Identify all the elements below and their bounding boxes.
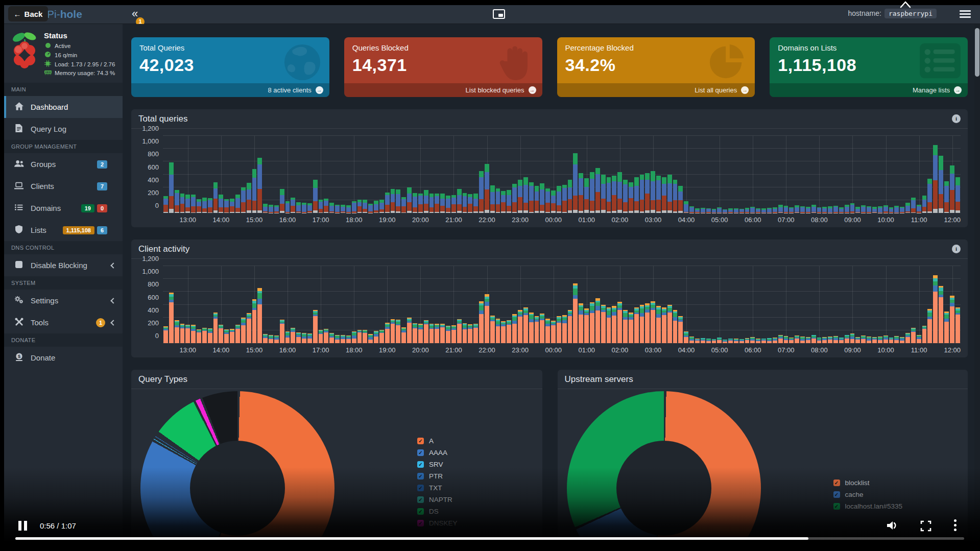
sidebar-item-domains[interactable]: Domains190	[4, 197, 123, 219]
bar[interactable]	[390, 266, 396, 343]
bar[interactable]	[323, 266, 329, 343]
bar[interactable]	[235, 266, 241, 343]
bar[interactable]	[855, 136, 861, 213]
bar[interactable]	[190, 136, 196, 213]
bar[interactable]	[368, 266, 373, 343]
bar[interactable]	[229, 266, 235, 343]
bar[interactable]	[755, 136, 761, 213]
bar[interactable]	[357, 136, 363, 213]
bar[interactable]	[534, 266, 540, 343]
bar[interactable]	[229, 136, 235, 213]
bar[interactable]	[500, 266, 506, 343]
legend-item-aaaa[interactable]: ✓AAAA	[417, 447, 458, 459]
legend-item-a[interactable]: ✓A	[417, 435, 458, 447]
bar[interactable]	[279, 136, 285, 213]
bar[interactable]	[811, 136, 817, 213]
bar[interactable]	[169, 266, 174, 343]
bar[interactable]	[938, 136, 944, 213]
bar[interactable]	[866, 136, 872, 213]
bar[interactable]	[595, 136, 601, 213]
bar[interactable]	[706, 136, 711, 213]
bar[interactable]	[933, 136, 938, 213]
bar[interactable]	[844, 136, 850, 213]
bar[interactable]	[174, 266, 180, 343]
bar[interactable]	[822, 266, 827, 343]
bar[interactable]	[296, 136, 301, 213]
bar[interactable]	[617, 266, 623, 343]
bar[interactable]	[889, 136, 894, 213]
bar[interactable]	[584, 266, 589, 343]
bar[interactable]	[855, 266, 861, 343]
bar[interactable]	[628, 136, 634, 213]
bar[interactable]	[722, 136, 728, 213]
bar[interactable]	[916, 266, 922, 343]
bar[interactable]	[872, 266, 877, 343]
bar[interactable]	[252, 136, 257, 213]
bar[interactable]	[190, 266, 196, 343]
card-footer-link[interactable]: 8 active clients→	[131, 83, 329, 97]
bar[interactable]	[678, 136, 683, 213]
bar[interactable]	[323, 136, 329, 213]
collapse-up-chevron-icon[interactable]	[899, 0, 912, 11]
bar[interactable]	[822, 136, 827, 213]
bar[interactable]	[601, 136, 606, 213]
bar[interactable]	[761, 266, 767, 343]
bar[interactable]	[827, 136, 833, 213]
sidebar-item-dashboard[interactable]: Dashboard	[4, 96, 123, 118]
bar[interactable]	[262, 136, 268, 213]
bar[interactable]	[395, 136, 401, 213]
bar[interactable]	[572, 136, 578, 213]
bar[interactable]	[711, 266, 717, 343]
bar[interactable]	[523, 266, 529, 343]
bar[interactable]	[301, 266, 307, 343]
bar[interactable]	[584, 136, 589, 213]
bar[interactable]	[883, 136, 889, 213]
bar[interactable]	[218, 136, 224, 213]
bar[interactable]	[589, 136, 595, 213]
bar[interactable]	[401, 266, 407, 343]
bar[interactable]	[412, 266, 418, 343]
volume-icon[interactable]	[886, 520, 899, 533]
bar[interactable]	[257, 266, 262, 343]
bar[interactable]	[484, 136, 490, 213]
bar[interactable]	[739, 136, 745, 213]
bar[interactable]	[927, 136, 933, 213]
bar[interactable]	[313, 136, 318, 213]
bar[interactable]	[551, 266, 556, 343]
bar[interactable]	[955, 266, 961, 343]
bar[interactable]	[218, 266, 224, 343]
bar[interactable]	[500, 136, 506, 213]
bar[interactable]	[794, 136, 800, 213]
bar[interactable]	[318, 266, 324, 343]
bar[interactable]	[440, 266, 445, 343]
sidebar-item-groups[interactable]: Groups2	[4, 153, 123, 175]
bar[interactable]	[899, 136, 905, 213]
bar[interactable]	[728, 266, 733, 343]
bar[interactable]	[695, 136, 700, 213]
bar[interactable]	[268, 266, 274, 343]
bar[interactable]	[623, 136, 628, 213]
bar[interactable]	[340, 136, 346, 213]
bar[interactable]	[434, 266, 440, 343]
bar[interactable]	[673, 136, 678, 213]
bar[interactable]	[307, 266, 313, 343]
bar[interactable]	[385, 136, 390, 213]
sidebar-item-settings[interactable]: Settings	[4, 290, 123, 312]
bar[interactable]	[457, 266, 462, 343]
bar[interactable]	[661, 136, 667, 213]
bar[interactable]	[290, 266, 296, 343]
bar[interactable]	[207, 266, 213, 343]
bar[interactable]	[833, 266, 839, 343]
bar[interactable]	[512, 136, 517, 213]
bar[interactable]	[185, 266, 190, 343]
bar[interactable]	[346, 136, 351, 213]
bar[interactable]	[224, 136, 229, 213]
bar[interactable]	[462, 266, 468, 343]
bar[interactable]	[861, 136, 866, 213]
bar[interactable]	[716, 266, 722, 343]
bar[interactable]	[639, 266, 645, 343]
bar[interactable]	[722, 266, 728, 343]
sidebar-item-disable-blocking[interactable]: Disable Blocking	[4, 254, 123, 276]
bar[interactable]	[246, 266, 252, 343]
sidebar-item-lists[interactable]: Lists1,115,1086	[4, 219, 123, 241]
